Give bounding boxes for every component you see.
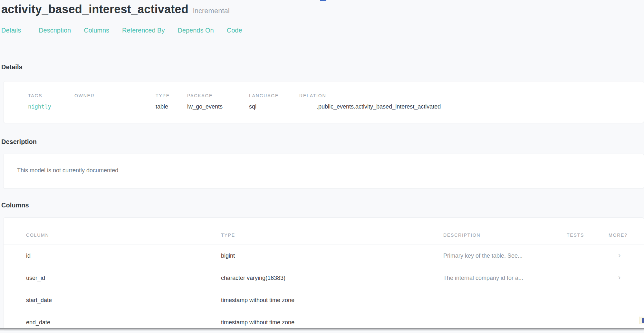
tag-link-nightly[interactable]: nightly: [28, 103, 74, 110]
column-header-column: COLUMN: [26, 233, 221, 238]
bottom-edge-track: [0, 329, 644, 330]
type-value: table: [156, 103, 187, 110]
cell-column-type: timestamp without time zone: [221, 297, 443, 304]
columns-heading: Columns: [0, 201, 644, 209]
cell-column-name: user_id: [26, 274, 221, 281]
package-value: lw_go_events: [187, 103, 249, 110]
language-label: LANGUAGE: [249, 93, 299, 98]
columns-table-header: COLUMN TYPE DESCRIPTION TESTS MORE?: [4, 218, 644, 244]
clipped-button-right-edge[interactable]: [639, 317, 644, 324]
description-text: This model is not currently documented: [17, 167, 644, 174]
package-label: PACKAGE: [187, 93, 249, 98]
tab-depends-on[interactable]: Depends On: [178, 26, 214, 34]
bottom-window-edge: [0, 328, 644, 330]
owner-label: OWNER: [74, 93, 156, 98]
column-header-more: MORE?: [609, 233, 644, 238]
cell-column-type: timestamp without time zone: [221, 319, 443, 326]
tab-referenced-by[interactable]: Referenced By: [122, 26, 165, 34]
table-row-id[interactable]: id bigint Primary key of the table. See.…: [4, 244, 644, 267]
details-values-row: nightly table lw_go_events sql .public_e…: [28, 98, 644, 110]
columns-card: COLUMN TYPE DESCRIPTION TESTS MORE? id b…: [3, 217, 644, 330]
header-divider: [0, 46, 644, 46]
description-heading: Description: [0, 138, 644, 146]
table-row-user-id[interactable]: user_id character varying(16383) The int…: [4, 267, 644, 289]
column-header-description: DESCRIPTION: [443, 233, 567, 238]
details-card: TAGS OWNER TYPE PACKAGE LANGUAGE RELATIO…: [3, 81, 644, 123]
tab-description[interactable]: Description: [39, 26, 71, 34]
details-labels-row: TAGS OWNER TYPE PACKAGE LANGUAGE RELATIO…: [28, 93, 644, 98]
model-docs-page: activity_based_interest_activated increm…: [0, 0, 644, 330]
cell-column-name: id: [26, 252, 221, 259]
description-card: This model is not currently documented: [3, 154, 644, 189]
column-header-tests: TESTS: [567, 233, 609, 238]
relation-value: .public_events.activity_based_interest_a…: [299, 103, 644, 110]
table-row-end-date[interactable]: end_date timestamp without time zone: [4, 311, 644, 330]
cell-column-description: The internal company id for a...: [443, 274, 567, 281]
section-nav: Details Description Columns Referenced B…: [0, 26, 644, 34]
column-header-type: TYPE: [221, 233, 443, 238]
cell-column-type: character varying(16383): [221, 274, 443, 281]
chevron-right-icon[interactable]: ›: [618, 274, 620, 281]
cell-column-type: bigint: [221, 252, 443, 259]
cell-column-name: start_date: [26, 297, 221, 304]
cell-column-name: end_date: [26, 319, 221, 326]
table-row-start-date[interactable]: start_date timestamp without time zone: [4, 289, 644, 311]
relation-label: RELATION: [299, 93, 644, 98]
details-heading: Details: [0, 63, 644, 71]
cell-column-description: Primary key of the table. See...: [443, 252, 567, 259]
tab-columns[interactable]: Columns: [84, 26, 109, 34]
materialization-badge: incremental: [193, 7, 230, 15]
tab-details[interactable]: Details: [1, 26, 21, 34]
clipped-button-bar: [642, 318, 644, 323]
tags-label: TAGS: [28, 93, 74, 98]
page-title: activity_based_interest_activated: [1, 3, 188, 16]
type-label: TYPE: [156, 93, 187, 98]
page-header: activity_based_interest_activated increm…: [0, 3, 644, 16]
owner-value: [74, 103, 156, 110]
clipped-element-top: [320, 0, 326, 1]
chevron-right-icon[interactable]: ›: [618, 252, 620, 259]
language-value: sql: [249, 103, 299, 110]
tab-code[interactable]: Code: [227, 26, 242, 34]
